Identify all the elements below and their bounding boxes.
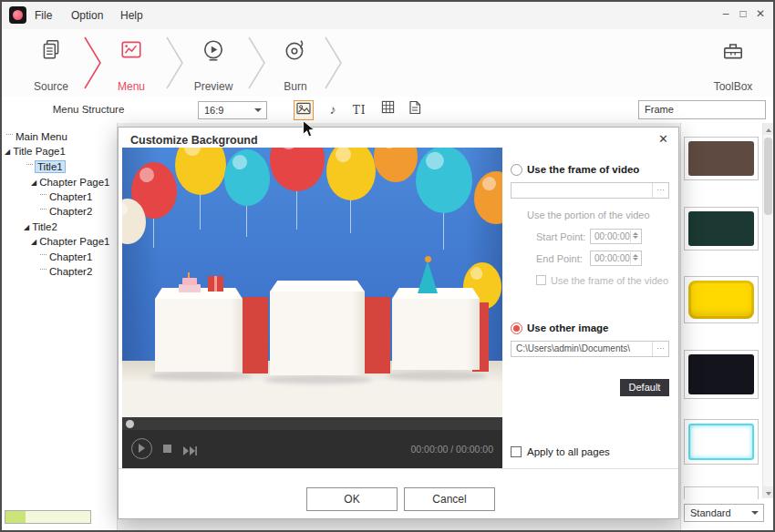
cancel-button[interactable]: Cancel (404, 487, 495, 511)
menu-file[interactable]: File (31, 2, 56, 29)
step-toolbox[interactable]: ToolBox (704, 36, 762, 93)
frame-swatch (688, 424, 754, 460)
expander-icon[interactable]: ◢ (31, 179, 36, 187)
app-window: File Option Help – □ ✕ Source Menu (0, 0, 775, 532)
frame-selector[interactable]: Frame (638, 100, 766, 119)
spinner-up-icon[interactable] (633, 232, 638, 235)
video-frame-path-input[interactable]: ··· (511, 182, 669, 199)
image-path-input[interactable]: C:\Users\admin\Documents\ ··· (511, 341, 669, 357)
next-frame-button[interactable] (182, 444, 198, 460)
end-point-label: End Point: (536, 253, 583, 264)
preview-icon (202, 38, 225, 62)
close-window-button[interactable]: ✕ (753, 2, 768, 29)
radio-use-other-image[interactable] (511, 322, 522, 334)
dialog-close-button[interactable]: ✕ (658, 132, 668, 146)
player-controls: 00:00:00 / 00:00:00 (122, 430, 502, 468)
end-point-spinner[interactable]: 00:00:00 (590, 251, 642, 266)
music-button[interactable]: ♪ (323, 100, 343, 120)
dialog-footer: OK Cancel (119, 468, 678, 518)
frame-style-dropdown[interactable]: Standard (684, 504, 764, 522)
tree-item-chapter2b[interactable]: Chapter2 (40, 265, 92, 279)
tree-item-main-menu[interactable]: Main Menu (6, 130, 67, 144)
spinner-arrows (630, 252, 640, 264)
frame-thumbnail[interactable] (684, 207, 759, 251)
stop-button[interactable] (163, 445, 171, 453)
spinner-down-icon[interactable] (633, 258, 638, 261)
frame-thumbnail[interactable] (684, 486, 759, 499)
frame-swatch (688, 211, 754, 246)
menu-icon (119, 38, 143, 62)
tree-item-label: Title2 (32, 221, 57, 232)
step-label: Preview (175, 80, 252, 93)
disc-capacity-bar (5, 510, 91, 524)
text-button[interactable]: TI (349, 100, 369, 120)
step-burn[interactable]: Burn (266, 36, 325, 93)
menu-help[interactable]: Help (117, 2, 147, 29)
burn-icon (284, 38, 307, 62)
tree-item-label: Chapter2 (49, 266, 92, 277)
use-frame-checkbox[interactable] (536, 275, 546, 285)
frame-thumbnail[interactable] (684, 350, 759, 399)
seek-bar[interactable] (122, 417, 502, 430)
start-point-spinner[interactable]: 00:00:00 (590, 229, 642, 244)
frame-grid-button[interactable] (377, 100, 398, 120)
minimize-button[interactable]: – (718, 2, 733, 29)
frame-thumbnail[interactable] (684, 419, 759, 465)
step-source[interactable]: Source (22, 36, 80, 93)
maximize-button[interactable]: □ (736, 2, 750, 29)
balloon-string (246, 204, 247, 237)
seek-handle[interactable] (126, 420, 134, 428)
grid-icon (381, 100, 395, 114)
aspect-ratio-dropdown[interactable]: 16:9 (198, 101, 267, 119)
scroll-down-button[interactable] (763, 486, 773, 498)
cake-candle (188, 272, 190, 278)
spinner-down-icon[interactable] (633, 236, 638, 239)
apply-all-checkbox[interactable] (511, 446, 522, 457)
tree-item-label: Chapter Page1 (39, 236, 109, 247)
apply-all-label: Apply to all pages (527, 446, 610, 457)
party-hat (418, 261, 438, 293)
tree-line (40, 209, 46, 212)
tree-item-chapter1b[interactable]: Chapter1 (40, 251, 92, 264)
tree-item-label: Chapter Page1 (39, 177, 109, 188)
frame-thumbnail[interactable] (684, 137, 759, 180)
background-options-panel: Use the frame of video ··· Use the porti… (502, 148, 678, 468)
browse-video-button[interactable]: ··· (652, 183, 668, 198)
scrollbar-thumb[interactable] (764, 138, 772, 215)
source-icon (39, 38, 63, 62)
frame-thumbnail[interactable] (684, 276, 759, 323)
radio-use-frame-of-video[interactable] (511, 164, 522, 176)
step-label: Menu (93, 80, 170, 93)
menu-option[interactable]: Option (67, 2, 107, 29)
expander-icon[interactable]: ◢ (5, 148, 10, 156)
step-menu[interactable]: Menu (102, 36, 160, 93)
spinner-up-icon[interactable] (633, 254, 638, 257)
tree-item-chapter2[interactable]: Chapter2 (40, 205, 92, 219)
use-other-image-label: Use other image (527, 322, 608, 333)
tree-item-label: Chapter2 (49, 206, 92, 217)
default-button[interactable]: Default (620, 379, 669, 396)
tree-item-chapter1[interactable]: Chapter1 (40, 190, 92, 204)
expander-icon[interactable]: ◢ (31, 238, 36, 246)
tree-item-title1[interactable]: Title1 (26, 160, 65, 174)
step-preview[interactable]: Preview (184, 36, 243, 93)
tree-item-title-page1[interactable]: ◢Title Page1 (5, 145, 66, 159)
tree-item-title2[interactable]: ◢Title2 (24, 220, 57, 234)
scroll-up-button[interactable] (763, 123, 773, 135)
tree-item-chapter-page1[interactable]: ◢Chapter Page1 (31, 176, 110, 189)
browse-image-button[interactable]: ··· (652, 342, 668, 356)
portion-label: Use the portion of the video (527, 210, 650, 220)
chevron-down-icon (254, 108, 262, 112)
frames-scrollbar[interactable] (762, 123, 773, 498)
tree-item-label: Main Menu (16, 131, 67, 142)
tree-item-chapter-page1b[interactable]: ◢Chapter Page1 (31, 235, 110, 249)
background-image-button[interactable] (294, 100, 314, 120)
cube (270, 292, 365, 375)
ok-button[interactable]: OK (306, 487, 398, 511)
template-file-button[interactable] (405, 100, 425, 120)
aspect-ratio-value: 16:9 (204, 102, 223, 118)
customize-background-dialog: Customize Background ✕ (118, 127, 679, 519)
play-button[interactable] (131, 438, 152, 459)
music-note-icon: ♪ (330, 102, 336, 117)
expander-icon[interactable]: ◢ (24, 223, 29, 231)
